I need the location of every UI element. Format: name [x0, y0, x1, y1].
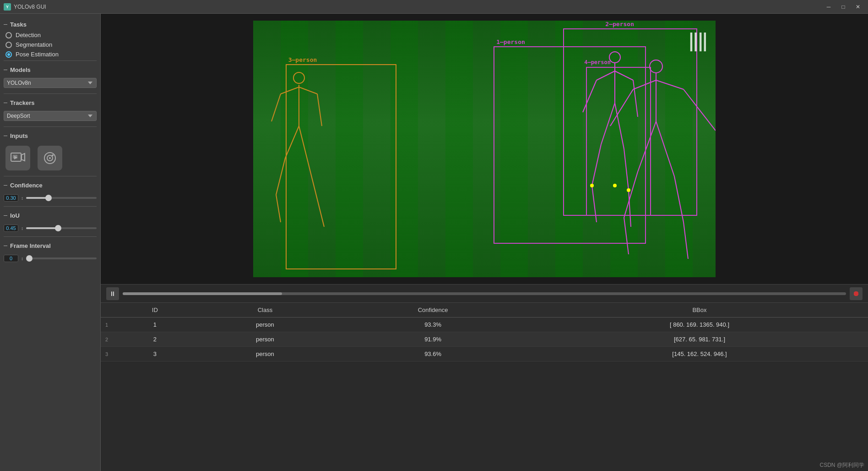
iou-header: IoU	[4, 212, 97, 219]
watermark-bottom: CSDN @阿利同学	[819, 461, 864, 469]
frame-interval-header: Frame Interval	[4, 242, 97, 249]
divider-2	[4, 93, 97, 94]
task-detection[interactable]: Detection	[5, 32, 95, 38]
task-detection-label: Detection	[16, 32, 41, 38]
main-layout: Tasks Detection Segmentation Pose Estima…	[0, 14, 868, 471]
record-button[interactable]: ⏺	[850, 287, 863, 300]
cell-class: person	[195, 318, 335, 332]
divider-1	[4, 60, 97, 61]
det-label-2: 2—person	[603, 21, 636, 28]
divider-4	[4, 176, 97, 176]
trackers-dropdown-container: DeepSort ByteTrack StrongSORT	[4, 111, 97, 121]
iou-unit: ↕	[21, 226, 23, 231]
row-num: 1	[101, 318, 114, 332]
divider-5	[4, 206, 97, 207]
task-segmentation[interactable]: Segmentation	[5, 41, 95, 48]
inputs-header: Inputs	[4, 132, 97, 139]
confidence-slider[interactable]	[26, 197, 97, 199]
tasks-header: Tasks	[4, 21, 97, 28]
video-icon	[5, 146, 30, 170]
trackers-header: Trackers	[4, 99, 97, 106]
titlebar-controls: ─ □ ✕	[822, 2, 864, 11]
confidence-value: 0.30	[4, 194, 18, 202]
frame-interval-slider-row: 0 ↕	[4, 255, 97, 262]
radio-segmentation	[5, 42, 12, 48]
th-class: Class	[195, 303, 335, 318]
confidence-slider-row: 0.30 ↕	[4, 194, 97, 202]
video-input-btn[interactable]	[5, 146, 30, 170]
cell-bbox: [145. 162. 524. 946.]	[531, 347, 868, 361]
iou-slider[interactable]	[26, 227, 97, 229]
table-header-row: ID Class Confidence BBox	[101, 303, 868, 318]
iou-slider-row: 0.45 ↕	[4, 225, 97, 232]
models-dropdown-container: YOLOv8n YOLOv8s YOLOv8m YOLOv8l YOLOv8x	[4, 78, 97, 88]
task-segmentation-label: Segmentation	[16, 41, 52, 48]
inputs-section	[4, 142, 97, 174]
table-row: 1 1 person 93.3% [ 860. 169. 1365. 940.]	[101, 318, 868, 332]
app-icon: Y	[4, 3, 11, 11]
th-bbox: BBox	[531, 303, 868, 318]
det-label-1: 1—person	[494, 38, 527, 46]
cell-confidence: 91.9%	[335, 332, 531, 347]
cell-id: 3	[114, 347, 195, 361]
det-box-2b: 4—person	[586, 67, 651, 216]
record-icon: ⏺	[852, 290, 860, 298]
maximize-button[interactable]: □	[837, 2, 850, 11]
radio-pose	[5, 51, 12, 58]
svg-point-7	[52, 154, 54, 156]
th-rownum	[101, 303, 114, 318]
pause-icon: ⏸	[109, 290, 116, 297]
iou-slider-section: 0.45 ↕	[4, 225, 97, 232]
divider-3	[4, 126, 97, 127]
models-header: Models	[4, 66, 97, 73]
task-pose[interactable]: Pose Estimation	[5, 51, 95, 58]
frame-interval-value: 0	[4, 255, 18, 262]
confidence-header: Confidence	[4, 182, 97, 189]
cell-bbox: [ 860. 169. 1365. 940.]	[531, 318, 868, 332]
cell-class: person	[195, 347, 335, 361]
det-box-3: 3—person	[286, 64, 396, 269]
iou-value: 0.45	[4, 225, 18, 232]
divider-6	[4, 236, 97, 237]
progress-fill	[123, 292, 282, 295]
frame-interval-unit: ↕	[21, 256, 23, 261]
det-label-3: 3—person	[287, 56, 319, 64]
cell-confidence: 93.6%	[335, 347, 531, 361]
det-label-2b: 4—person	[582, 59, 613, 66]
sidebar: Tasks Detection Segmentation Pose Estima…	[0, 14, 101, 471]
progress-bar[interactable]	[123, 292, 846, 295]
frame-interval-slider-section: 0 ↕	[4, 255, 97, 262]
video-controls: ⏸ ⏺	[101, 284, 868, 302]
content-area: 1—person 2—person 4—person 3—person ‖‖	[101, 14, 868, 471]
camera-input-btn[interactable]	[38, 146, 62, 170]
confidence-unit: ↕	[21, 196, 23, 201]
detection-table: ID Class Confidence BBox 1 1 person 93.3…	[101, 303, 868, 361]
cell-id: 1	[114, 318, 195, 332]
task-pose-label: Pose Estimation	[16, 51, 59, 58]
frame-interval-slider[interactable]	[26, 257, 97, 259]
pause-button[interactable]: ⏸	[106, 287, 119, 300]
cell-confidence: 93.3%	[335, 318, 531, 332]
video-container: 1—person 2—person 4—person 3—person ‖‖	[101, 14, 868, 284]
minimize-button[interactable]: ─	[822, 2, 835, 11]
svg-marker-1	[22, 153, 25, 161]
close-button[interactable]: ✕	[852, 2, 864, 11]
row-num: 2	[101, 332, 114, 347]
cell-id: 2	[114, 332, 195, 347]
cell-class: person	[195, 332, 335, 347]
tasks-radio-group: Detection Segmentation Pose Estimation	[4, 31, 97, 59]
detection-table-container: ID Class Confidence BBox 1 1 person 93.3…	[101, 302, 868, 471]
video-frame: 1—person 2—person 4—person 3—person ‖‖	[253, 21, 716, 277]
titlebar: Y YOLOv8 GUI ─ □ ✕	[0, 0, 868, 14]
camera-icon	[38, 146, 62, 170]
trackers-select[interactable]: DeepSort ByteTrack StrongSORT	[4, 111, 97, 121]
table-row: 3 3 person 93.6% [145. 162. 524. 946.]	[101, 347, 868, 361]
video-watermark: ‖‖	[688, 30, 706, 52]
table-body: 1 1 person 93.3% [ 860. 169. 1365. 940.]…	[101, 318, 868, 361]
th-confidence: Confidence	[335, 303, 531, 318]
row-num: 3	[101, 347, 114, 361]
models-select[interactable]: YOLOv8n YOLOv8s YOLOv8m YOLOv8l YOLOv8x	[4, 78, 97, 88]
cell-bbox: [627. 65. 981. 731.]	[531, 332, 868, 347]
th-id: ID	[114, 303, 195, 318]
radio-detection	[5, 32, 12, 38]
